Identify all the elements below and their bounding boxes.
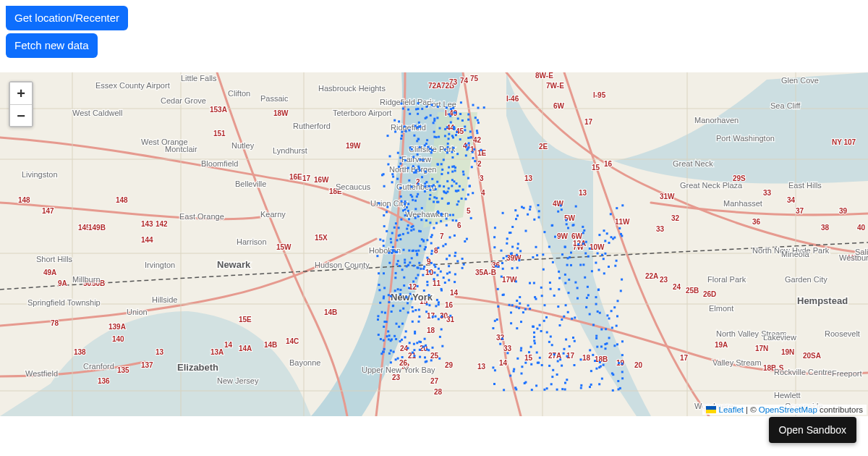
- data-marker[interactable]: [417, 250, 420, 252]
- data-marker[interactable]: [425, 246, 427, 248]
- data-marker[interactable]: [426, 303, 428, 305]
- data-marker[interactable]: [413, 265, 415, 267]
- data-marker[interactable]: [464, 126, 466, 128]
- data-marker[interactable]: [516, 248, 519, 250]
- data-marker[interactable]: [401, 339, 403, 341]
- data-marker[interactable]: [613, 237, 616, 239]
- data-marker[interactable]: [388, 262, 391, 264]
- data-marker[interactable]: [412, 225, 414, 227]
- data-marker[interactable]: [456, 153, 459, 155]
- data-marker[interactable]: [454, 273, 456, 275]
- data-marker[interactable]: [501, 262, 503, 264]
- data-marker[interactable]: [533, 339, 535, 342]
- data-marker[interactable]: [429, 270, 431, 272]
- data-marker[interactable]: [417, 102, 420, 104]
- data-marker[interactable]: [433, 271, 435, 274]
- data-marker[interactable]: [552, 261, 554, 263]
- data-marker[interactable]: [406, 206, 408, 208]
- data-marker[interactable]: [580, 387, 582, 389]
- data-marker[interactable]: [502, 294, 504, 296]
- data-marker[interactable]: [425, 171, 427, 173]
- data-marker[interactable]: [549, 282, 551, 284]
- data-marker[interactable]: [530, 346, 532, 348]
- data-marker[interactable]: [444, 135, 446, 137]
- data-marker[interactable]: [595, 303, 597, 305]
- data-marker[interactable]: [414, 331, 416, 333]
- data-marker[interactable]: [435, 222, 438, 224]
- data-marker[interactable]: [448, 255, 451, 257]
- data-marker[interactable]: [464, 198, 467, 200]
- data-marker[interactable]: [396, 263, 398, 266]
- data-marker[interactable]: [407, 232, 409, 234]
- data-marker[interactable]: [379, 239, 381, 241]
- data-marker[interactable]: [546, 332, 548, 334]
- data-marker[interactable]: [459, 138, 461, 140]
- data-marker[interactable]: [402, 108, 404, 110]
- data-marker[interactable]: [416, 195, 418, 198]
- data-marker[interactable]: [390, 361, 392, 363]
- data-marker[interactable]: [447, 172, 449, 174]
- data-marker[interactable]: [535, 384, 537, 387]
- data-marker[interactable]: [433, 136, 435, 138]
- data-marker[interactable]: [532, 326, 535, 328]
- data-marker[interactable]: [546, 387, 548, 389]
- data-marker[interactable]: [613, 306, 616, 308]
- data-marker[interactable]: [387, 330, 389, 332]
- data-marker[interactable]: [503, 257, 505, 259]
- data-marker[interactable]: [459, 185, 461, 187]
- data-marker[interactable]: [465, 154, 467, 156]
- data-marker[interactable]: [551, 376, 553, 378]
- data-marker[interactable]: [382, 240, 384, 242]
- data-marker[interactable]: [433, 196, 435, 198]
- data-marker[interactable]: [414, 124, 417, 127]
- data-marker[interactable]: [409, 261, 411, 263]
- data-marker[interactable]: [498, 266, 500, 268]
- data-marker[interactable]: [494, 369, 496, 371]
- data-marker[interactable]: [576, 297, 579, 300]
- data-marker[interactable]: [417, 127, 419, 129]
- data-marker[interactable]: [412, 250, 414, 252]
- data-marker[interactable]: [497, 288, 499, 290]
- data-marker[interactable]: [537, 362, 540, 364]
- data-marker[interactable]: [431, 178, 433, 180]
- data-marker[interactable]: [448, 133, 450, 135]
- data-marker[interactable]: [424, 248, 426, 250]
- data-marker[interactable]: [443, 185, 445, 187]
- data-marker[interactable]: [436, 117, 438, 119]
- data-marker[interactable]: [392, 250, 394, 252]
- data-marker[interactable]: [404, 337, 407, 339]
- data-marker[interactable]: [582, 232, 584, 234]
- data-marker[interactable]: [466, 238, 468, 240]
- data-marker[interactable]: [606, 314, 608, 316]
- data-marker[interactable]: [580, 358, 582, 360]
- data-marker[interactable]: [449, 214, 451, 216]
- data-marker[interactable]: [557, 211, 559, 213]
- data-marker[interactable]: [454, 235, 456, 237]
- data-marker[interactable]: [395, 338, 397, 340]
- data-marker[interactable]: [443, 159, 445, 161]
- data-marker[interactable]: [550, 288, 552, 290]
- data-marker[interactable]: [411, 306, 413, 308]
- data-marker[interactable]: [467, 137, 469, 139]
- data-marker[interactable]: [604, 253, 606, 255]
- data-marker[interactable]: [610, 236, 613, 238]
- data-marker[interactable]: [561, 365, 563, 367]
- data-marker[interactable]: [391, 311, 393, 313]
- data-marker[interactable]: [465, 144, 467, 146]
- data-marker[interactable]: [407, 167, 409, 169]
- data-marker[interactable]: [480, 149, 482, 151]
- data-marker[interactable]: [492, 366, 494, 368]
- data-marker[interactable]: [438, 268, 440, 270]
- data-marker[interactable]: [445, 243, 447, 245]
- data-marker[interactable]: [426, 257, 428, 259]
- data-marker[interactable]: [425, 361, 427, 363]
- data-marker[interactable]: [617, 380, 619, 382]
- data-marker[interactable]: [386, 230, 388, 232]
- data-marker[interactable]: [469, 185, 471, 187]
- data-marker[interactable]: [531, 389, 533, 391]
- data-marker[interactable]: [438, 318, 440, 320]
- data-marker[interactable]: [378, 284, 380, 286]
- data-marker[interactable]: [425, 117, 427, 119]
- data-marker[interactable]: [425, 345, 427, 347]
- data-marker[interactable]: [451, 166, 454, 168]
